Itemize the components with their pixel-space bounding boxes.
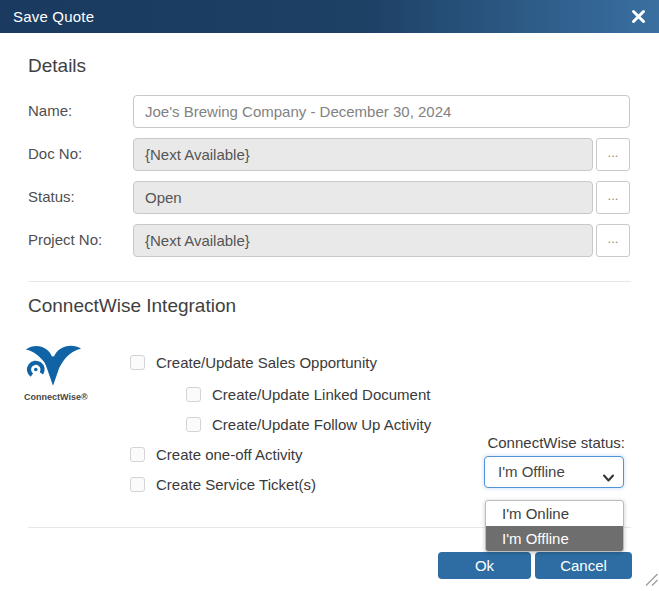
checkbox-create-one-off-activity[interactable] xyxy=(130,447,145,462)
connectwise-logo: ConnectWise® xyxy=(24,343,96,402)
status-field: Open xyxy=(133,181,593,214)
connectwise-owl-icon xyxy=(24,343,82,387)
close-icon[interactable] xyxy=(631,9,646,24)
connectwise-status-select[interactable]: I'm Offline xyxy=(484,456,624,488)
status-label: Status: xyxy=(28,181,130,212)
status-dropdown-list: I'm Online I'm Offline xyxy=(485,500,624,552)
name-input[interactable] xyxy=(133,95,630,128)
checkbox-create-update-linked-document[interactable] xyxy=(186,387,201,402)
connectwise-integration-heading: ConnectWise Integration xyxy=(28,295,236,317)
dialog-titlebar[interactable]: Save Quote xyxy=(0,0,659,33)
checkbox-create-update-follow-up-activity[interactable] xyxy=(186,417,201,432)
connectwise-logo-text: ConnectWise® xyxy=(24,392,96,402)
connectwise-status-label: ConnectWise status: xyxy=(487,434,625,451)
project-no-value: {Next Available} xyxy=(145,232,250,249)
chevron-down-icon xyxy=(603,468,614,486)
status-value: Open xyxy=(145,189,182,206)
dropdown-option-im-offline[interactable]: I'm Offline xyxy=(486,526,623,551)
cancel-button[interactable]: Cancel xyxy=(535,552,632,579)
checkbox-label-one-off-activity[interactable]: Create one-off Activity xyxy=(156,446,302,463)
name-label: Name: xyxy=(28,95,130,126)
details-heading: Details xyxy=(28,55,86,77)
doc-no-label: Doc No: xyxy=(28,138,130,169)
save-quote-dialog: Save Quote Details Name: Doc No: {Next A… xyxy=(0,0,659,591)
doc-no-value: {Next Available} xyxy=(145,146,250,163)
project-no-label: Project No: xyxy=(28,224,130,255)
project-no-browse-button[interactable]: ... xyxy=(596,224,630,257)
dialog-title: Save Quote xyxy=(13,0,94,33)
status-browse-button[interactable]: ... xyxy=(596,181,630,214)
dropdown-option-im-online[interactable]: I'm Online xyxy=(486,501,623,526)
project-no-field: {Next Available} xyxy=(133,224,593,257)
doc-no-field: {Next Available} xyxy=(133,138,593,171)
select-selected-value: I'm Offline xyxy=(498,457,565,487)
doc-no-browse-button[interactable]: ... xyxy=(596,138,630,171)
checkbox-label-sales-opportunity[interactable]: Create/Update Sales Opportunity xyxy=(156,354,377,371)
checkbox-create-update-sales-opportunity[interactable] xyxy=(130,355,145,370)
checkbox-create-service-tickets[interactable] xyxy=(130,477,145,492)
ok-button[interactable]: Ok xyxy=(438,552,531,579)
checkbox-label-service-tickets[interactable]: Create Service Ticket(s) xyxy=(156,476,316,493)
resize-gripper-icon[interactable] xyxy=(645,572,658,590)
checkbox-label-linked-document[interactable]: Create/Update Linked Document xyxy=(212,386,430,403)
section-divider xyxy=(28,281,631,282)
checkbox-label-follow-up-activity[interactable]: Create/Update Follow Up Activity xyxy=(212,416,431,433)
